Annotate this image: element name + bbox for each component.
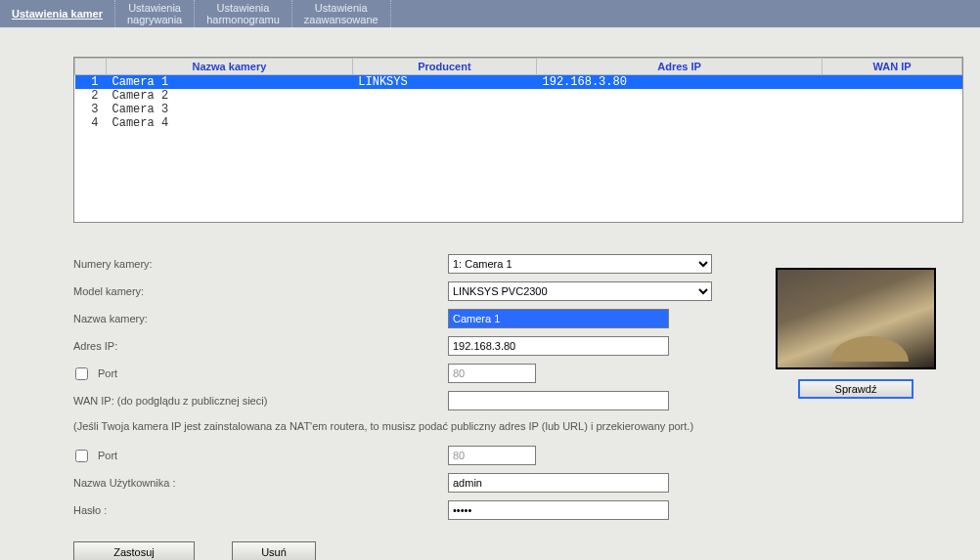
label-wan-ip: WAN IP: (do podglądu z publicznej sieci): [73, 395, 267, 407]
table-cell: [536, 116, 822, 130]
delete-button[interactable]: Usuń: [232, 541, 316, 560]
port1-checkbox[interactable]: [75, 367, 88, 380]
table-cell: [536, 103, 822, 116]
table-cell: 1: [75, 75, 107, 90]
label-password: Hasło :: [73, 504, 107, 516]
port2-checkbox[interactable]: [75, 450, 88, 462]
table-header-row: Nazwa kamery Producent Adres IP WAN IP: [75, 59, 962, 75]
table-cell: Camera 3: [107, 103, 353, 116]
ip-address-input[interactable]: [448, 336, 669, 356]
label-port1: Port: [98, 367, 117, 379]
wan-ip-input[interactable]: [448, 391, 669, 410]
tab-advanced[interactable]: Ustawienia zaawansowane: [292, 0, 391, 27]
table-row[interactable]: 4Camera 4: [75, 116, 962, 130]
tab-label: Ustawienia: [304, 2, 379, 14]
col-number[interactable]: [75, 59, 107, 75]
camera-name-input[interactable]: [448, 309, 669, 328]
table-cell: [823, 89, 962, 103]
label-username: Nazwa Użytkownika :: [73, 477, 176, 489]
table-cell: 2: [75, 89, 107, 103]
camera-model-select[interactable]: LINKSYS PVC2300: [448, 281, 712, 301]
apply-button[interactable]: Zastosuj: [73, 541, 195, 560]
table-cell: 192.168.3.80: [536, 75, 822, 90]
table-cell: [823, 116, 962, 130]
tab-label: harmonogramu: [206, 14, 280, 25]
camera-form: Sprawdź Numery kamery: 1: Camera 1 Model…: [73, 250, 941, 560]
col-wan[interactable]: WAN IP: [823, 59, 962, 75]
table-cell: [352, 103, 536, 116]
tab-cameras[interactable]: Ustawienia kamer: [0, 0, 115, 27]
nat-hint: (Jeśli Twoja kamera IP jest zainstalowan…: [73, 420, 941, 432]
port2-input[interactable]: [448, 446, 536, 465]
label-camera-model: Model kamery:: [73, 285, 144, 297]
tab-label: Ustawienia: [127, 2, 182, 14]
tab-label: Ustawienia kamer: [12, 8, 103, 20]
camera-table: Nazwa kamery Producent Adres IP WAN IP 1…: [73, 57, 963, 223]
tab-label: zaawansowane: [304, 14, 379, 25]
col-name[interactable]: Nazwa kamery: [107, 59, 353, 75]
camera-number-select[interactable]: 1: Camera 1: [448, 254, 712, 274]
col-ip[interactable]: Adres IP: [536, 59, 822, 75]
username-input[interactable]: [448, 473, 669, 493]
table-row[interactable]: 3Camera 3: [75, 103, 962, 116]
table-cell: LINKSYS: [352, 75, 536, 90]
label-port2: Port: [98, 450, 117, 461]
tab-label: nagrywania: [127, 14, 182, 25]
label-camera-name: Nazwa kamery:: [73, 313, 148, 324]
tab-schedule[interactable]: Ustawienia harmonogramu: [195, 0, 292, 27]
label-camera-number: Numery kamery:: [73, 258, 153, 270]
col-vendor[interactable]: Producent: [352, 59, 536, 75]
table-cell: [823, 103, 962, 116]
table-row[interactable]: 1Camera 1LINKSYS192.168.3.80: [75, 75, 962, 90]
table-cell: 4: [75, 116, 107, 130]
tab-recording[interactable]: Ustawienia nagrywania: [115, 0, 195, 27]
table-cell: Camera 4: [107, 116, 353, 130]
tab-strip: Ustawienia kamer Ustawienia nagrywania U…: [0, 0, 980, 27]
table-cell: Camera 2: [107, 89, 353, 103]
table-cell: [823, 75, 962, 90]
table-cell: 3: [75, 103, 107, 116]
tab-label: Ustawienia: [206, 2, 280, 14]
password-input[interactable]: [448, 500, 669, 520]
table-cell: [536, 89, 822, 103]
table-cell: Camera 1: [107, 75, 353, 90]
table-cell: [352, 116, 536, 130]
port1-input[interactable]: [448, 364, 536, 383]
label-ip-address: Adres IP:: [73, 340, 117, 352]
table-cell: [352, 89, 536, 103]
preview-panel: Sprawdź: [776, 268, 936, 399]
preview-image: [776, 268, 936, 369]
check-button[interactable]: Sprawdź: [798, 379, 913, 399]
table-row[interactable]: 2Camera 2: [75, 89, 962, 103]
